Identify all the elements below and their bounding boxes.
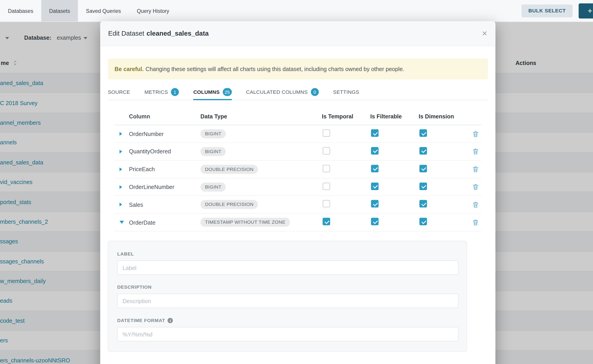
expand-caret-icon[interactable]	[120, 203, 122, 207]
close-icon[interactable]: ✕	[482, 30, 488, 37]
column-row: OrderLineNumberBIGINT	[114, 178, 481, 196]
delete-column-button[interactable]	[473, 166, 478, 172]
is-temporal-checkbox[interactable]	[323, 218, 330, 226]
info-icon[interactable]: i	[168, 318, 173, 323]
delete-column-button[interactable]	[473, 148, 478, 155]
is-filterable-checkbox[interactable]	[371, 129, 379, 137]
column-row: PriceEachDOUBLE PRECISION	[114, 161, 481, 178]
tab-metrics[interactable]: METRICS1	[145, 84, 179, 100]
nav-tabs: DatabasesDatasetsSaved QueriesQuery Hist…	[0, 0, 177, 22]
tab-settings[interactable]: SETTINGS	[333, 84, 359, 100]
type-cell: TIMESTAMP WITHOUT TIME ZONE	[200, 218, 322, 227]
expand-caret-icon[interactable]	[120, 150, 122, 154]
edit-dataset-modal: Edit Datasetcleaned_sales_data ✕ Be care…	[100, 21, 495, 364]
is-temporal-checkbox[interactable]	[323, 165, 330, 172]
is-filterable-checkbox[interactable]	[371, 147, 379, 155]
actions-cell	[468, 148, 481, 155]
dimension-cell	[419, 218, 467, 227]
datetime-format-field-label: DATETIME FORMAT i	[117, 318, 458, 323]
is-temporal-checkbox[interactable]	[323, 129, 330, 137]
tab-count-badge: 0	[311, 88, 319, 96]
expand-caret-icon[interactable]	[120, 132, 122, 136]
modal-title-prefix: Edit Dataset	[108, 30, 144, 37]
warning-text: Changing these settings will affect all …	[145, 66, 404, 72]
nav-tab-datasets[interactable]: Datasets	[41, 0, 78, 22]
is-dimension-checkbox[interactable]	[420, 182, 427, 190]
delete-column-button[interactable]	[473, 219, 478, 225]
tab-columns[interactable]: COLUMNS25	[193, 84, 232, 100]
tab-source[interactable]: SOURCE	[108, 84, 130, 100]
expand-caret-icon[interactable]	[120, 167, 122, 171]
actions-cell	[468, 184, 481, 190]
data-type-header: Data Type	[200, 113, 322, 120]
expand-caret-icon[interactable]	[120, 185, 122, 189]
is-dimension-checkbox[interactable]	[420, 218, 427, 226]
modal-tabs: SOURCEMETRICS1COLUMNS25CALCULATED COLUMN…	[108, 84, 488, 100]
column-row: QuantityOrderedBIGINT	[114, 143, 481, 161]
modal-header: Edit Datasetcleaned_sales_data ✕	[100, 21, 495, 46]
data-type-pill: BIGINT	[200, 129, 226, 138]
column-name: OrderLineNumber	[129, 184, 201, 190]
delete-column-button[interactable]	[473, 202, 478, 208]
tab-calculated-columns[interactable]: CALCULATED COLUMNS0	[246, 84, 319, 100]
data-type-pill: DOUBLE PRECISION	[200, 200, 258, 209]
tab-label: SOURCE	[108, 89, 130, 95]
datetime-format-label-text: DATETIME FORMAT	[117, 318, 165, 323]
is-temporal-checkbox[interactable]	[323, 200, 330, 208]
expand-cell	[114, 221, 129, 224]
type-cell: BIGINT	[200, 129, 322, 138]
label-input[interactable]	[117, 260, 459, 275]
column-name: PriceEach	[129, 166, 201, 172]
modal-body: Be careful.Changing these settings will …	[100, 59, 495, 352]
description-field: DESCRIPTION	[117, 285, 458, 308]
nav-tab-query-history[interactable]: Query History	[129, 0, 177, 22]
filterable-cell	[370, 182, 419, 191]
is-filterable-header: Is Filterable	[370, 113, 419, 120]
delete-column-button[interactable]	[473, 130, 478, 137]
is-temporal-checkbox[interactable]	[323, 147, 330, 155]
temporal-cell	[322, 129, 370, 138]
is-filterable-checkbox[interactable]	[371, 165, 379, 172]
type-cell: DOUBLE PRECISION	[200, 200, 322, 209]
data-type-pill: BIGINT	[200, 182, 226, 191]
is-filterable-checkbox[interactable]	[371, 182, 379, 190]
actions-cell	[468, 166, 481, 172]
add-dataset-button[interactable]: +	[579, 3, 593, 18]
is-dimension-checkbox[interactable]	[420, 147, 427, 155]
data-type-pill: TIMESTAMP WITHOUT TIME ZONE	[200, 218, 290, 227]
collapse-caret-icon[interactable]	[120, 221, 124, 224]
dimension-cell	[419, 129, 467, 138]
expand-cell	[114, 185, 129, 189]
temporal-cell	[322, 200, 370, 209]
is-dimension-checkbox[interactable]	[420, 200, 427, 208]
actions-cell	[468, 202, 481, 208]
column-name: QuantityOrdered	[129, 148, 201, 155]
bulk-select-button[interactable]: BULK SELECT	[521, 4, 573, 17]
expand-cell	[114, 167, 129, 171]
nav-tab-saved-queries[interactable]: Saved Queries	[78, 0, 129, 22]
actions-cell	[468, 219, 481, 225]
expand-cell	[114, 132, 129, 136]
filterable-cell	[370, 218, 419, 227]
is-dimension-header: Is Dimension	[419, 113, 467, 120]
is-dimension-checkbox[interactable]	[420, 129, 427, 137]
datetime-format-input[interactable]	[117, 327, 459, 341]
is-filterable-checkbox[interactable]	[371, 200, 379, 208]
description-input[interactable]	[117, 294, 459, 308]
column-name: OrderDate	[129, 219, 201, 225]
warning-banner: Be careful.Changing these settings will …	[108, 59, 488, 80]
tab-label: METRICS	[145, 89, 168, 95]
is-temporal-checkbox[interactable]	[323, 182, 330, 190]
delete-column-button[interactable]	[473, 184, 478, 190]
expand-cell	[114, 203, 129, 207]
filterable-cell	[370, 165, 419, 174]
is-dimension-checkbox[interactable]	[420, 165, 427, 172]
temporal-cell	[322, 147, 370, 156]
screen: DatabasesDatasetsSaved QueriesQuery Hist…	[0, 0, 593, 364]
dimension-cell	[419, 147, 467, 156]
nav-tab-databases[interactable]: Databases	[0, 0, 41, 22]
is-filterable-checkbox[interactable]	[371, 218, 379, 226]
is-temporal-header: Is Temporal	[322, 113, 370, 120]
tab-count-badge: 25	[223, 88, 232, 96]
temporal-cell	[322, 165, 370, 174]
